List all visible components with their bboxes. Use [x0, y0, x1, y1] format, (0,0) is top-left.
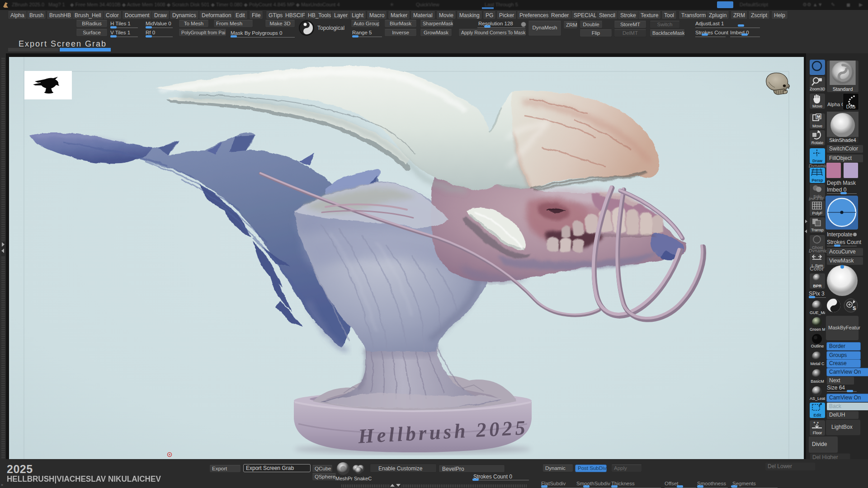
svg-text:S: S — [853, 305, 856, 311]
svg-text:M: M — [817, 114, 821, 119]
svg-text:✦ ▾: ✦ ▾ — [813, 421, 819, 425]
